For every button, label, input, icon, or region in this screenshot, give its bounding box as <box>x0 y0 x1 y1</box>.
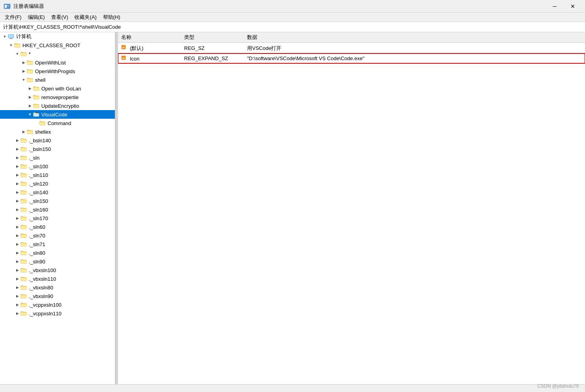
folder-icon <box>20 241 28 247</box>
tree-arrow-shellex[interactable]: ▶ <box>20 129 27 135</box>
menu-item-V[interactable]: 查看(V) <box>48 13 71 22</box>
tree-arrow-sln70[interactable]: ▶ <box>14 232 20 239</box>
folder-icon <box>20 276 28 282</box>
tree-arrow-openwithprogids[interactable]: ▶ <box>20 68 27 74</box>
tree-item-sln100[interactable]: ▶ ._sln100 <box>0 162 115 171</box>
tree-label-vbxsln80: ._vbxsln80 <box>29 285 53 291</box>
tree-item-sln160[interactable]: ▶ ._sln160 <box>0 205 115 214</box>
address-path: 计算机\HKEY_CLASSES_ROOT\*\shell\VisualCode <box>3 24 121 31</box>
tree-item-sln110[interactable]: ▶ ._sln110 <box>0 171 115 179</box>
col-type: 类型 <box>181 32 244 43</box>
folder-icon <box>20 51 28 57</box>
tree-arrow-sln120[interactable]: ▶ <box>14 180 20 187</box>
tree-arrow-shell[interactable]: ▼ <box>20 77 27 83</box>
tree-item-sln120[interactable]: ▶ ._sln120 <box>0 179 115 188</box>
tree-item-sln80[interactable]: ▶ ._sln80 <box>0 248 115 257</box>
tree-item-bsln150[interactable]: ▶ ._bsln150 <box>0 145 115 153</box>
tree-arrow-sln110[interactable]: ▶ <box>14 172 20 178</box>
tree-item-sln70[interactable]: ▶ ._sln70 <box>0 231 115 240</box>
table-row[interactable]: ab IconREG_EXPAND_SZ"D:\software\VSCode\… <box>118 53 585 63</box>
tree-arrow-sln60[interactable]: ▶ <box>14 224 20 230</box>
tree-item-shellex[interactable]: ▶ shellex <box>0 127 115 136</box>
tree-label-sln80: ._sln80 <box>29 250 45 256</box>
menu-item-A[interactable]: 收藏夹(A) <box>71 13 100 22</box>
tree-label-openwithlist: OpenWithList <box>35 60 66 66</box>
tree-item-star[interactable]: ▼ * <box>0 50 115 58</box>
tree-item-shell[interactable]: ▼ shell <box>0 75 115 84</box>
tree-arrow-removeproperties[interactable]: ▶ <box>27 94 33 100</box>
tree-item-sln[interactable]: ▶ ._sln <box>0 153 115 162</box>
menu-item-E[interactable]: 编辑(E) <box>25 13 48 22</box>
tree-item-sln150[interactable]: ▶ ._sln150 <box>0 197 115 205</box>
tree-arrow-sln[interactable]: ▶ <box>14 155 20 161</box>
tree-arrow-openwithlist[interactable]: ▶ <box>20 59 27 66</box>
tree-arrow-sln140[interactable]: ▶ <box>14 189 20 195</box>
tree-arrow-bsln150[interactable]: ▶ <box>14 146 20 152</box>
tree-item-sln90[interactable]: ▶ ._sln90 <box>0 257 115 266</box>
folder-icon <box>20 250 28 256</box>
tree-item-openwithprogids[interactable]: ▶ OpenWithProgids <box>0 67 115 75</box>
table-row[interactable]: ab (默认)REG_SZ用VSCode打开 <box>118 43 585 54</box>
tree-arrow-visualcode[interactable]: ▼ <box>27 111 33 118</box>
close-button[interactable]: ✕ <box>564 0 582 13</box>
tree-item-hkcr[interactable]: ▼ HKEY_CLASSES_ROOT <box>0 41 115 50</box>
cell-type-default: REG_SZ <box>181 43 244 54</box>
tree-item-visualcode[interactable]: ▼ VisualCode <box>0 110 115 119</box>
tree-arrow-sln71[interactable]: ▶ <box>14 241 20 247</box>
tree-arrow-hkcr[interactable]: ▼ <box>8 42 14 48</box>
address-bar: 计算机\HKEY_CLASSES_ROOT\*\shell\VisualCode <box>0 22 585 32</box>
menu-item-F[interactable]: 文件(F) <box>2 13 25 22</box>
menu-bar: 文件(F)编辑(E)查看(V)收藏夹(A)帮助(H) <box>0 13 585 22</box>
tree-arrow-sln160[interactable]: ▶ <box>14 206 20 213</box>
tree-item-vbxsln110[interactable]: ▶ ._vbxsln110 <box>0 274 115 283</box>
tree-item-command[interactable]: Command <box>0 119 115 127</box>
col-data: 数据 <box>244 32 585 43</box>
svg-rect-5 <box>8 35 14 38</box>
tree-item-sln71[interactable]: ▶ ._sln71 <box>0 240 115 248</box>
tree-arrow-computer[interactable]: ▼ <box>2 33 8 40</box>
folder-icon <box>20 138 28 143</box>
tree-item-vbxsln100[interactable]: ▶ ._vbxsln100 <box>0 266 115 274</box>
tree-item-sln60[interactable]: ▶ ._sln60 <box>0 223 115 231</box>
minimize-button[interactable]: ─ <box>546 0 564 13</box>
tree-item-updateencryption[interactable]: ▶ UpdateEncryptio <box>0 101 115 110</box>
tree-arrow-sln90[interactable]: ▶ <box>14 258 20 265</box>
tree-arrow-updateencryption[interactable]: ▶ <box>27 103 33 109</box>
tree-arrow-vbxsln90[interactable]: ▶ <box>14 293 20 299</box>
tree-arrow-vbxsln100[interactable]: ▶ <box>14 267 20 273</box>
tree-arrow-star[interactable]: ▼ <box>14 51 20 57</box>
tree-panel[interactable]: ▼ 计算机▼ HKEY_CLASSES_ROOT▼ *▶ OpenWithLis… <box>0 32 116 384</box>
tree-item-sln140[interactable]: ▶ ._sln140 <box>0 188 115 197</box>
tree-arrow-vbxsln110[interactable]: ▶ <box>14 276 20 282</box>
tree-item-vcppxsln100[interactable]: ▶ ._vcppxsln100 <box>0 300 115 309</box>
tree-item-sln170[interactable]: ▶ ._sln170 <box>0 214 115 223</box>
tree-arrow-command[interactable] <box>33 120 39 126</box>
tree-arrow-vcppxsln100[interactable]: ▶ <box>14 302 20 308</box>
tree-arrow-sln80[interactable]: ▶ <box>14 250 20 256</box>
tree-arrow-sln170[interactable]: ▶ <box>14 215 20 221</box>
folder-icon <box>20 164 28 169</box>
tree-item-openwithgolan[interactable]: ▶ Open with GoLan <box>0 84 115 93</box>
tree-item-computer[interactable]: ▼ 计算机 <box>0 32 115 41</box>
folder-icon <box>20 190 28 195</box>
folder-icon <box>27 77 34 83</box>
tree-arrow-vbxsln80[interactable]: ▶ <box>14 284 20 291</box>
tree-arrow-openwithgolan[interactable]: ▶ <box>27 85 33 92</box>
tree-arrow-sln100[interactable]: ▶ <box>14 163 20 169</box>
tree-item-vbxsln80[interactable]: ▶ ._vbxsln80 <box>0 283 115 292</box>
tree-label-vbxsln100: ._vbxsln100 <box>29 267 56 273</box>
watermark: CSDN @yitahutu79 <box>537 383 579 389</box>
menu-item-H[interactable]: 帮助(H) <box>100 13 124 22</box>
tree-item-bsln140[interactable]: ▶ ._bsln140 <box>0 136 115 145</box>
tree-item-vbxsln90[interactable]: ▶ ._vbxsln90 <box>0 292 115 300</box>
tree-item-vcppxsln110[interactable]: ▶ ._vcppxsln110 <box>0 309 115 318</box>
tree-arrow-bsln140[interactable]: ▶ <box>14 137 20 144</box>
tree-item-openwithlist[interactable]: ▶ OpenWithList <box>0 58 115 67</box>
folder-icon <box>20 311 28 316</box>
tree-arrow-sln150[interactable]: ▶ <box>14 198 20 204</box>
detail-panel[interactable]: 名称 类型 数据 ab (默认)REG_SZ用VSCode打开 ab IconR… <box>118 32 585 384</box>
folder-icon <box>20 181 28 186</box>
tree-arrow-vcppxsln110[interactable]: ▶ <box>14 310 20 317</box>
tree-item-removeproperties[interactable]: ▶ removepropertie <box>0 93 115 101</box>
registry-table: 名称 类型 数据 ab (默认)REG_SZ用VSCode打开 ab IconR… <box>118 32 585 63</box>
